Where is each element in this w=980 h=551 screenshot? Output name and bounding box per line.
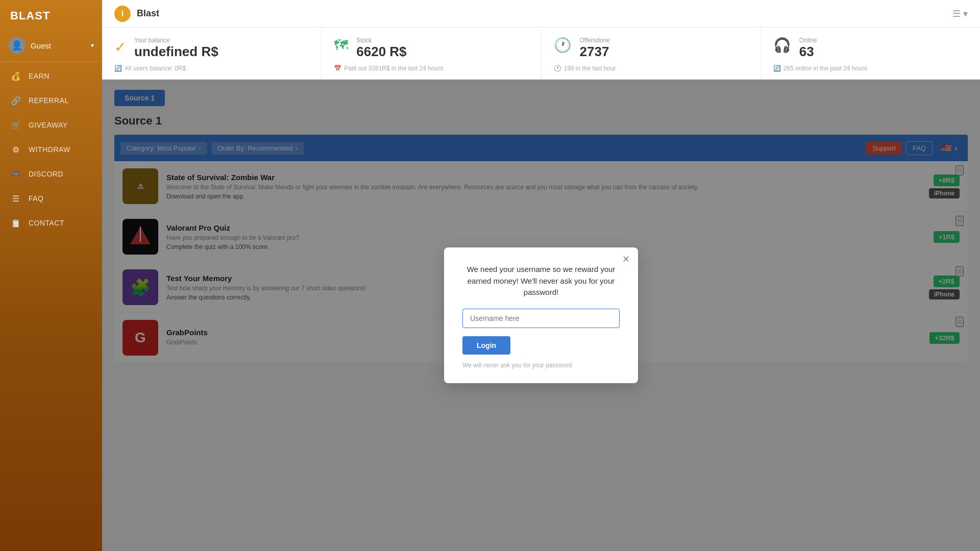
withdraw-icon: ⚙ bbox=[10, 144, 21, 155]
topbar-avatar: i bbox=[114, 6, 131, 22]
stat-card-balance: ✓ Your balance undefined R$ 🔄 All users … bbox=[102, 28, 322, 79]
stat-card-stock: 🗺 Stock 6620 R$ 📅 Paid out 3381R$ in the… bbox=[322, 28, 541, 79]
check-icon: ✓ bbox=[114, 39, 126, 56]
online-label: Online bbox=[799, 37, 817, 44]
sidebar: BLAST 👤 Guest ▾ 💰 EARN 🔗 REFERRAL 🛒 GIVE… bbox=[0, 0, 102, 551]
avatar: 👤 bbox=[8, 37, 26, 54]
sidebar-user-name: Guest bbox=[31, 41, 86, 50]
sidebar-item-contact[interactable]: 📋 CONTACT bbox=[0, 211, 102, 235]
headset-icon: 🎧 bbox=[773, 37, 791, 54]
sidebar-item-withdraw[interactable]: ⚙ WITHDRAW bbox=[0, 137, 102, 162]
chevron-down-icon: ▾ bbox=[91, 42, 94, 49]
balance-value: undefined R$ bbox=[134, 44, 218, 60]
sidebar-item-withdraw-label: WITHDRAW bbox=[29, 145, 70, 154]
refresh-icon: 🔄 bbox=[114, 65, 122, 72]
username-input[interactable] bbox=[462, 309, 620, 328]
referral-icon: 🔗 bbox=[10, 95, 21, 106]
sidebar-item-earn[interactable]: 💰 EARN bbox=[0, 64, 102, 88]
sidebar-item-giveaway[interactable]: 🛒 GIVEAWAY bbox=[0, 113, 102, 137]
modal-overlay: ✕ We need your username so we reward you… bbox=[102, 80, 980, 551]
faq-icon: ☰ bbox=[10, 193, 21, 204]
main-content: i Blast ☰ ▾ ✓ Your balance undefined R$ … bbox=[102, 0, 980, 551]
sidebar-item-contact-label: CONTACT bbox=[29, 219, 64, 227]
topbar: i Blast ☰ ▾ bbox=[102, 0, 980, 28]
sidebar-logo: BLAST bbox=[0, 0, 102, 32]
sidebar-item-giveaway-label: GIVEAWAY bbox=[29, 121, 68, 129]
sidebar-item-earn-label: EARN bbox=[29, 72, 50, 80]
sidebar-user[interactable]: 👤 Guest ▾ bbox=[0, 32, 102, 59]
modal-disclaimer: We will never ask you for your password bbox=[462, 362, 620, 369]
sidebar-item-referral[interactable]: 🔗 REFERRAL bbox=[0, 88, 102, 113]
modal-title: We need your username so we reward your … bbox=[462, 264, 620, 298]
stat-card-offersdone: 🕐 Offersdone 2737 🕐 199 in the last hour bbox=[542, 28, 761, 79]
calendar-icon: 📅 bbox=[334, 65, 341, 72]
online-value: 63 bbox=[799, 44, 817, 60]
stats-row: ✓ Your balance undefined R$ 🔄 All users … bbox=[102, 28, 980, 80]
sidebar-item-faq-label: FAQ bbox=[29, 194, 44, 203]
balance-sub: 🔄 All users balance: 0R$ bbox=[114, 65, 309, 72]
time-icon: 🕐 bbox=[554, 65, 561, 72]
login-modal: ✕ We need your username so we reward you… bbox=[444, 247, 638, 383]
stock-label: Stock bbox=[356, 37, 406, 44]
sidebar-item-faq[interactable]: ☰ FAQ bbox=[0, 186, 102, 211]
sidebar-item-discord-label: DISCORD bbox=[29, 170, 63, 178]
clock-icon: 🕐 bbox=[554, 37, 572, 54]
stock-sub: 📅 Paid out 3381R$ in the last 24 hours bbox=[334, 65, 528, 72]
earn-icon: 💰 bbox=[10, 70, 21, 82]
balance-label: Your balance bbox=[134, 37, 218, 44]
login-button[interactable]: Login bbox=[462, 336, 510, 355]
stock-value: 6620 R$ bbox=[356, 44, 406, 60]
offersdone-sub: 🕐 199 in the last hour bbox=[554, 65, 748, 72]
map-icon: 🗺 bbox=[334, 37, 348, 54]
page-title: Blast bbox=[137, 8, 946, 19]
topbar-right: ☰ ▾ bbox=[952, 8, 968, 19]
discord-icon: 🎮 bbox=[10, 168, 21, 180]
offersdone-value: 2737 bbox=[580, 44, 610, 60]
content-area: Source 1 Source 1 Category: Most Popular… bbox=[102, 80, 980, 551]
giveaway-icon: 🛒 bbox=[10, 119, 21, 131]
sidebar-item-referral-label: REFERRAL bbox=[29, 96, 69, 105]
stat-card-online: 🎧 Online 63 🔄 265 online in the past 24 … bbox=[761, 28, 980, 79]
sidebar-divider bbox=[0, 61, 102, 62]
offersdone-label: Offersdone bbox=[580, 37, 610, 44]
online-sub: 🔄 265 online in the past 24 hours bbox=[773, 65, 968, 72]
modal-close-button[interactable]: ✕ bbox=[622, 254, 630, 265]
contact-icon: 📋 bbox=[10, 217, 21, 229]
refresh2-icon: 🔄 bbox=[773, 65, 781, 72]
sidebar-item-discord[interactable]: 🎮 DISCORD bbox=[0, 162, 102, 186]
list-icon[interactable]: ☰ ▾ bbox=[952, 8, 968, 19]
